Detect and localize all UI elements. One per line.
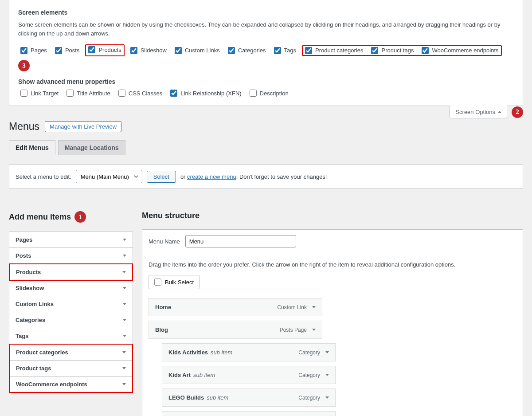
checkbox-products[interactable]: Products	[86, 46, 123, 53]
accordion-categories[interactable]: Categories	[9, 312, 133, 328]
manage-live-preview-button[interactable]: Manage with Live Preview	[45, 121, 121, 132]
callout-2: 2	[512, 106, 523, 118]
add-menu-items-heading: Add menu items	[9, 212, 71, 222]
checkbox-products-input[interactable]	[88, 46, 95, 53]
menu-name-label: Menu Name	[149, 238, 180, 245]
checkbox-product-tags[interactable]: Product tags	[369, 47, 416, 54]
callout-3: 3	[18, 60, 30, 71]
tab-manage-locations[interactable]: Manage Locations	[58, 140, 125, 155]
screen-elements-description: Some screen elements can be shown or hid…	[18, 20, 514, 38]
checkbox-woocommerce-endpoints[interactable]: WooCommerce endpoints	[419, 47, 501, 54]
menu-structure-heading: Menu structure	[142, 211, 523, 220]
checkbox-link-target[interactable]: Link Target	[18, 90, 61, 97]
menu-item-kids-art[interactable]: Kids Artsub item Category	[162, 366, 336, 384]
chevron-down-icon	[123, 335, 126, 337]
menu-item-kids-activities[interactable]: Kids Activitiessub item Category	[162, 343, 336, 361]
checkbox-description-input[interactable]	[250, 90, 257, 97]
checkbox-posts-input[interactable]	[55, 47, 62, 54]
caret-up-icon	[498, 111, 501, 113]
chevron-down-icon	[123, 303, 126, 305]
page-header: Menus Manage with Live Preview	[0, 118, 532, 133]
menu-item-for-lego-fans[interactable]: For LEGO Fanssub item Category	[162, 411, 336, 416]
checkbox-link-target-input[interactable]	[20, 90, 27, 97]
screen-elements-heading: Screen elements	[18, 9, 514, 16]
add-menu-accordion: Pages Posts Products Slideshow Custom Li…	[9, 232, 133, 393]
checkbox-categories-input[interactable]	[228, 47, 235, 54]
checkbox-custom-links-input[interactable]	[175, 47, 182, 54]
chevron-down-icon	[312, 306, 316, 308]
checkbox-description[interactable]: Description	[247, 90, 291, 97]
chevron-down-icon	[123, 239, 126, 241]
menu-item-home[interactable]: Home Custom Link	[149, 298, 322, 316]
bulk-select-button[interactable]: Bulk Select	[149, 275, 200, 289]
checkbox-custom-links[interactable]: Custom Links	[172, 47, 222, 54]
menu-instructions: Drag the items into the order you prefer…	[149, 261, 516, 268]
menu-select[interactable]: Menu (Main Menu)	[76, 170, 142, 183]
chevron-down-icon	[325, 396, 329, 399]
chevron-down-icon	[325, 351, 329, 353]
menu-item-blog[interactable]: Blog Posts Page	[149, 321, 322, 339]
menu-item-lego-builds[interactable]: LEGO Buildssub item Category	[162, 389, 336, 407]
accordion-tags[interactable]: Tags	[9, 328, 133, 344]
create-new-menu-link[interactable]: create a new menu	[187, 173, 236, 180]
accordion-product-tags[interactable]: Product tags	[10, 361, 132, 377]
checkbox-tags-input[interactable]	[274, 47, 281, 54]
select-menu-label: Select a menu to edit:	[16, 173, 71, 180]
advanced-properties-heading: Show advanced menu properties	[18, 78, 514, 85]
accordion-pages[interactable]: Pages	[9, 232, 133, 248]
accordion-posts[interactable]: Posts	[9, 248, 133, 264]
callout-1: 1	[74, 211, 86, 223]
accordion-products[interactable]: Products	[9, 263, 133, 281]
accordion-custom-links[interactable]: Custom Links	[9, 296, 133, 312]
select-button[interactable]: Select	[147, 171, 176, 183]
menu-name-input[interactable]	[185, 235, 296, 247]
chevron-down-icon	[123, 255, 126, 257]
screen-elements-checkboxes: Pages Posts Products Slideshow Custom Li…	[18, 44, 514, 71]
bulk-select-checkbox[interactable]	[154, 279, 161, 286]
checkbox-title-attribute[interactable]: Title Attribute	[64, 90, 112, 97]
chevron-down-icon	[122, 367, 126, 369]
checkbox-product-tags-input[interactable]	[371, 47, 378, 54]
checkbox-css-classes[interactable]: CSS Classes	[116, 90, 165, 97]
checkbox-css-classes-input[interactable]	[118, 90, 125, 97]
checkbox-slideshow[interactable]: Slideshow	[128, 47, 169, 54]
chevron-down-icon	[325, 374, 329, 376]
checkbox-tags[interactable]: Tags	[272, 47, 298, 54]
tab-edit-menus[interactable]: Edit Menus	[9, 140, 55, 155]
checkbox-title-attribute-input[interactable]	[66, 90, 74, 97]
chevron-down-icon	[122, 351, 126, 353]
nav-tabs: Edit Menus Manage Locations	[9, 140, 523, 155]
chevron-down-icon	[123, 287, 126, 289]
accordion-slideshow[interactable]: Slideshow	[9, 280, 133, 296]
checkbox-pages[interactable]: Pages	[18, 47, 49, 54]
screen-options-panel: Screen elements Some screen elements can…	[9, 0, 523, 106]
menu-selector-bar: Select a menu to edit: Menu (Main Menu) …	[9, 164, 523, 189]
checkbox-slideshow-input[interactable]	[130, 47, 137, 54]
checkbox-product-categories[interactable]: Product categories	[303, 47, 365, 54]
checkbox-link-relationship-input[interactable]	[170, 90, 177, 97]
accordion-product-categories[interactable]: Product categories	[10, 345, 132, 361]
checkbox-posts[interactable]: Posts	[53, 47, 82, 54]
checkbox-product-categories-input[interactable]	[305, 47, 312, 54]
screen-options-toggle[interactable]: Screen Options	[450, 106, 507, 118]
page-title: Menus	[9, 121, 39, 133]
checkbox-pages-input[interactable]	[20, 47, 27, 54]
chevron-down-icon	[312, 329, 316, 331]
checkbox-woocommerce-endpoints-input[interactable]	[422, 47, 429, 54]
chevron-down-icon	[122, 271, 126, 273]
menu-structure-panel: Menu Name Drag the items into the order …	[142, 229, 523, 416]
checkbox-categories[interactable]: Categories	[226, 47, 268, 54]
checkbox-link-relationship[interactable]: Link Relationship (XFN)	[168, 90, 243, 97]
accordion-woocommerce-endpoints[interactable]: WooCommerce endpoints	[10, 377, 132, 392]
chevron-down-icon	[122, 383, 126, 385]
advanced-properties-checkboxes: Link Target Title Attribute CSS Classes …	[18, 90, 514, 97]
chevron-down-icon	[123, 319, 126, 321]
